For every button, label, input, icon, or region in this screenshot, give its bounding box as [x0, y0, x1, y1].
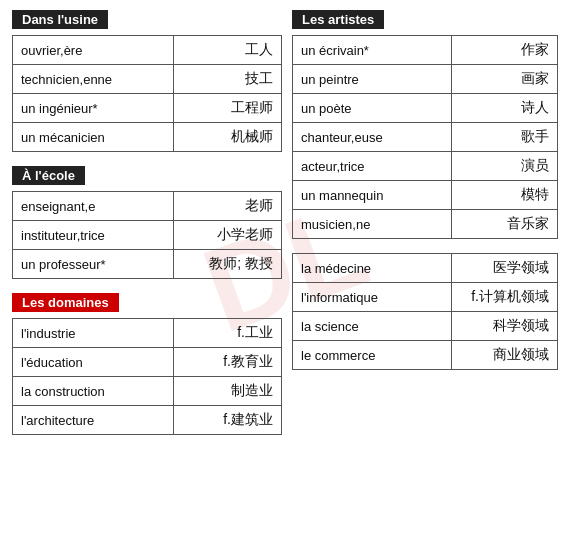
page: Dans l'usine ouvrier,ère工人technicien,enn… [0, 0, 570, 459]
chinese-term: 技工 [174, 65, 282, 94]
chinese-term: f.工业 [174, 319, 282, 348]
table-row: l'éducationf.教育业 [13, 348, 282, 377]
french-term: chanteur,euse [293, 123, 452, 152]
chinese-term: 歌手 [452, 123, 558, 152]
french-term: la médecine [293, 254, 452, 283]
section-header-dans-lusine: Dans l'usine [12, 10, 108, 29]
chinese-term: 制造业 [174, 377, 282, 406]
table-les-domaines-left: l'industrief.工业l'éducationf.教育业la constr… [12, 318, 282, 435]
chinese-term: 模特 [452, 181, 558, 210]
table-row: technicien,enne技工 [13, 65, 282, 94]
french-term: un mécanicien [13, 123, 174, 152]
section-les-domaines-left: Les domaines l'industrief.工业l'éducationf… [12, 293, 282, 435]
chinese-term: 诗人 [452, 94, 558, 123]
table-row: un peintre画家 [293, 65, 558, 94]
section-header-les-domaines: Les domaines [12, 293, 119, 312]
table-les-artistes: un écrivain*作家un peintre画家un poète诗人chan… [292, 35, 558, 239]
table-row: le commerce商业领域 [293, 341, 558, 370]
french-term: un professeur* [13, 250, 174, 279]
table-row: la construction制造业 [13, 377, 282, 406]
table-row: la science科学领域 [293, 312, 558, 341]
french-term: l'informatique [293, 283, 452, 312]
chinese-term: 小学老师 [174, 221, 282, 250]
left-column: Dans l'usine ouvrier,ère工人technicien,enn… [12, 10, 282, 449]
chinese-term: f.计算机领域 [452, 283, 558, 312]
french-term: l'éducation [13, 348, 174, 377]
table-row: l'industrief.工业 [13, 319, 282, 348]
section-les-artistes: Les artistes un écrivain*作家un peintre画家u… [292, 10, 558, 239]
french-term: enseignant,e [13, 192, 174, 221]
table-a-lecole: enseignant,e老师instituteur,trice小学老师un pr… [12, 191, 282, 279]
french-term: musicien,ne [293, 210, 452, 239]
section-les-domaines-right: la médecine医学领域l'informatiquef.计算机领域la s… [292, 253, 558, 370]
chinese-term: f.教育业 [174, 348, 282, 377]
table-row: un mécanicien机械师 [13, 123, 282, 152]
chinese-term: 作家 [452, 36, 558, 65]
table-row: l'architecturef.建筑业 [13, 406, 282, 435]
right-column: Les artistes un écrivain*作家un peintre画家u… [292, 10, 558, 449]
french-term: l'architecture [13, 406, 174, 435]
french-term: un ingénieur* [13, 94, 174, 123]
table-row: un poète诗人 [293, 94, 558, 123]
chinese-term: 商业领域 [452, 341, 558, 370]
section-dans-lusine: Dans l'usine ouvrier,ère工人technicien,enn… [12, 10, 282, 152]
chinese-term: 工程师 [174, 94, 282, 123]
table-row: musicien,ne音乐家 [293, 210, 558, 239]
table-row: un mannequin模特 [293, 181, 558, 210]
table-les-domaines-right: la médecine医学领域l'informatiquef.计算机领域la s… [292, 253, 558, 370]
chinese-term: f.建筑业 [174, 406, 282, 435]
french-term: instituteur,trice [13, 221, 174, 250]
french-term: un écrivain* [293, 36, 452, 65]
chinese-term: 演员 [452, 152, 558, 181]
chinese-term: 画家 [452, 65, 558, 94]
section-a-lecole: À l'école enseignant,e老师instituteur,tric… [12, 166, 282, 279]
french-term: la construction [13, 377, 174, 406]
table-row: un professeur*教师; 教授 [13, 250, 282, 279]
french-term: l'industrie [13, 319, 174, 348]
french-term: la science [293, 312, 452, 341]
chinese-term: 老师 [174, 192, 282, 221]
table-row: instituteur,trice小学老师 [13, 221, 282, 250]
french-term: un mannequin [293, 181, 452, 210]
table-row: enseignant,e老师 [13, 192, 282, 221]
french-term: un peintre [293, 65, 452, 94]
french-term: technicien,enne [13, 65, 174, 94]
chinese-term: 科学领域 [452, 312, 558, 341]
chinese-term: 机械师 [174, 123, 282, 152]
table-row: un ingénieur*工程师 [13, 94, 282, 123]
french-term: acteur,trice [293, 152, 452, 181]
section-header-a-lecole: À l'école [12, 166, 85, 185]
chinese-term: 工人 [174, 36, 282, 65]
table-row: ouvrier,ère工人 [13, 36, 282, 65]
table-row: l'informatiquef.计算机领域 [293, 283, 558, 312]
section-header-les-artistes: Les artistes [292, 10, 384, 29]
table-row: un écrivain*作家 [293, 36, 558, 65]
table-dans-lusine: ouvrier,ère工人technicien,enne技工un ingénie… [12, 35, 282, 152]
table-row: acteur,trice演员 [293, 152, 558, 181]
french-term: le commerce [293, 341, 452, 370]
chinese-term: 医学领域 [452, 254, 558, 283]
table-row: la médecine医学领域 [293, 254, 558, 283]
table-row: chanteur,euse歌手 [293, 123, 558, 152]
chinese-term: 音乐家 [452, 210, 558, 239]
chinese-term: 教师; 教授 [174, 250, 282, 279]
french-term: ouvrier,ère [13, 36, 174, 65]
french-term: un poète [293, 94, 452, 123]
